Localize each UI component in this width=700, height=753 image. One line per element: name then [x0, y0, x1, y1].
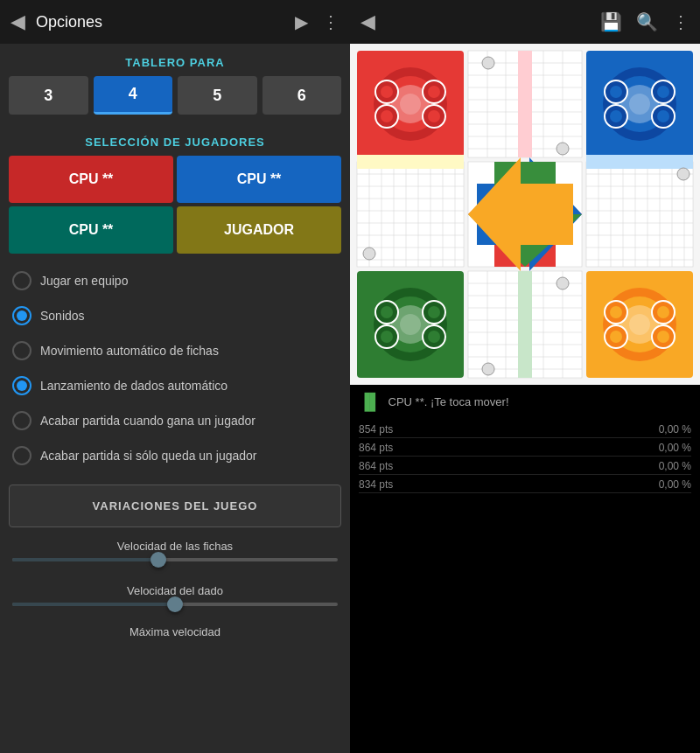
- svg-point-52: [657, 331, 669, 343]
- svg-rect-119: [357, 155, 464, 169]
- score-pts-2: 864 pts: [359, 460, 393, 472]
- jugadores-label: SELECCIÓN DE JUGADORES: [0, 136, 350, 149]
- svg-point-44: [629, 314, 650, 335]
- score-pct-2: 0,00 %: [659, 460, 691, 472]
- svg-point-50: [610, 331, 622, 343]
- option-sonidos[interactable]: Sonidos: [9, 299, 341, 332]
- svg-point-18: [629, 94, 650, 115]
- slider-fichas-track[interactable]: [12, 558, 338, 561]
- options-list: Jugar en equipo Sonidos Movimiento autom…: [9, 264, 341, 472]
- jugador-btn-2[interactable]: CPU **: [9, 206, 173, 254]
- score-row-0: 854 pts 0,00 %: [359, 422, 691, 438]
- save-button[interactable]: 💾: [600, 11, 622, 32]
- maxima-label: Máxima velocidad: [0, 625, 350, 644]
- svg-point-20: [610, 86, 622, 98]
- slider-fichas-label: Velocidad de las fichas: [9, 540, 341, 553]
- svg-point-7: [381, 86, 393, 98]
- tablero-label: TABLERO PARA: [0, 56, 350, 69]
- slider-fichas-section: Velocidad de las fichas: [9, 540, 341, 574]
- score-pts-3: 834 pts: [359, 478, 393, 491]
- svg-point-13: [428, 110, 440, 122]
- option-mov-auto[interactable]: Movimiento automático de fichas: [9, 334, 341, 367]
- option-label-jugar-equipo: Jugar en equipo: [40, 274, 128, 288]
- score-row-3: 834 pts 0,00 %: [359, 477, 691, 493]
- option-acabar-queda[interactable]: Acabar partida si sólo queda un jugador: [9, 439, 341, 472]
- svg-rect-118: [518, 271, 532, 378]
- svg-point-22: [657, 86, 669, 98]
- svg-point-124: [482, 57, 494, 69]
- svg-point-5: [400, 94, 421, 115]
- svg-point-33: [381, 306, 393, 318]
- right-back-button[interactable]: ◀: [360, 10, 375, 33]
- right-more-button[interactable]: ⋮: [672, 11, 690, 32]
- score-row-1: 864 pts 0,00 %: [359, 440, 691, 457]
- option-label-sonidos: Sonidos: [40, 309, 85, 323]
- more-menu-button[interactable]: ⋮: [322, 11, 340, 32]
- page-title: Opciones: [36, 13, 295, 31]
- svg-point-46: [610, 306, 622, 318]
- tablero-btn-5[interactable]: 5: [178, 76, 257, 115]
- right-header: ◀ 💾 🔍 ⋮: [350, 0, 700, 44]
- board-area: [350, 44, 700, 385]
- radio-jugar-equipo: [12, 271, 32, 290]
- jugador-btn-1[interactable]: CPU **: [177, 156, 341, 203]
- svg-point-127: [363, 248, 375, 260]
- svg-point-24: [610, 110, 622, 122]
- option-label-acabar-queda: Acabar partida si sólo queda un jugador: [40, 449, 257, 463]
- radio-acabar-queda: [12, 446, 32, 465]
- svg-rect-116: [518, 51, 532, 157]
- tablero-btn-6[interactable]: 6: [262, 76, 342, 115]
- option-label-acabar-gana: Acabar partida cuando gana un jugador: [40, 414, 256, 428]
- slider-dado-section: Velocidad del dado: [9, 584, 341, 618]
- option-lanzamiento[interactable]: Lanzamiento de dados automático: [9, 369, 341, 402]
- svg-point-48: [657, 306, 669, 318]
- option-label-mov-auto: Movimiento automático de fichas: [40, 344, 219, 358]
- score-area: 854 pts 0,00 % 864 pts 0,00 % 864 pts 0,…: [350, 418, 700, 753]
- svg-point-128: [482, 363, 494, 375]
- radio-lanzamiento: [12, 376, 32, 395]
- slider-fichas-thumb[interactable]: [150, 552, 166, 568]
- radio-acabar-gana: [12, 411, 32, 430]
- left-panel: ◀ Opciones ▶ ⋮ TABLERO PARA 3 4 5 6 SELE…: [0, 0, 350, 753]
- score-pts-0: 854 pts: [359, 423, 393, 436]
- score-pct-0: 0,00 %: [659, 423, 691, 436]
- svg-rect-56: [586, 162, 693, 267]
- svg-point-39: [428, 331, 440, 343]
- slider-dado-fill: [12, 603, 175, 606]
- radio-sonidos: [12, 306, 32, 325]
- jugador-btn-3[interactable]: JUGADOR: [177, 206, 341, 254]
- status-bar: ▐▌ CPU **. ¡Te toca mover!: [350, 385, 700, 418]
- svg-point-37: [381, 331, 393, 343]
- slider-dado-label: Velocidad del dado: [9, 584, 341, 597]
- slider-fichas-fill: [12, 558, 158, 561]
- radio-mov-auto: [12, 341, 32, 360]
- left-header: ◀ Opciones ▶ ⋮: [0, 0, 350, 44]
- tablero-buttons: 3 4 5 6: [9, 76, 341, 115]
- zoom-button[interactable]: 🔍: [636, 11, 658, 32]
- svg-point-129: [556, 277, 569, 289]
- svg-rect-117: [586, 155, 693, 169]
- tablero-btn-3[interactable]: 3: [9, 76, 88, 115]
- back-button[interactable]: ◀: [10, 10, 25, 33]
- svg-point-35: [428, 306, 440, 318]
- jugador-btn-0[interactable]: CPU **: [9, 156, 173, 203]
- score-pct-1: 0,00 %: [659, 442, 691, 454]
- svg-point-126: [677, 168, 690, 180]
- svg-point-125: [556, 143, 569, 155]
- score-pts-1: 864 pts: [359, 442, 393, 454]
- ludo-board: [350, 44, 700, 385]
- option-label-lanzamiento: Lanzamiento de dados automático: [40, 379, 228, 393]
- play-button[interactable]: ▶: [295, 11, 308, 32]
- status-icon: ▐▌: [359, 393, 382, 411]
- slider-dado-thumb[interactable]: [167, 596, 183, 612]
- svg-point-31: [400, 314, 421, 335]
- jugadores-grid: CPU ** CPU ** CPU ** JUGADOR: [9, 156, 341, 254]
- slider-dado-track[interactable]: [12, 603, 338, 606]
- option-jugar-equipo[interactable]: Jugar en equipo: [9, 264, 341, 297]
- score-row-2: 864 pts 0,00 %: [359, 458, 691, 475]
- option-acabar-gana[interactable]: Acabar partida cuando gana un jugador: [9, 404, 341, 437]
- tablero-btn-4[interactable]: 4: [94, 76, 173, 115]
- svg-point-9: [428, 86, 440, 98]
- variaciones-button[interactable]: VARIACIONES DEL JUEGO: [9, 485, 341, 527]
- svg-point-11: [381, 110, 393, 122]
